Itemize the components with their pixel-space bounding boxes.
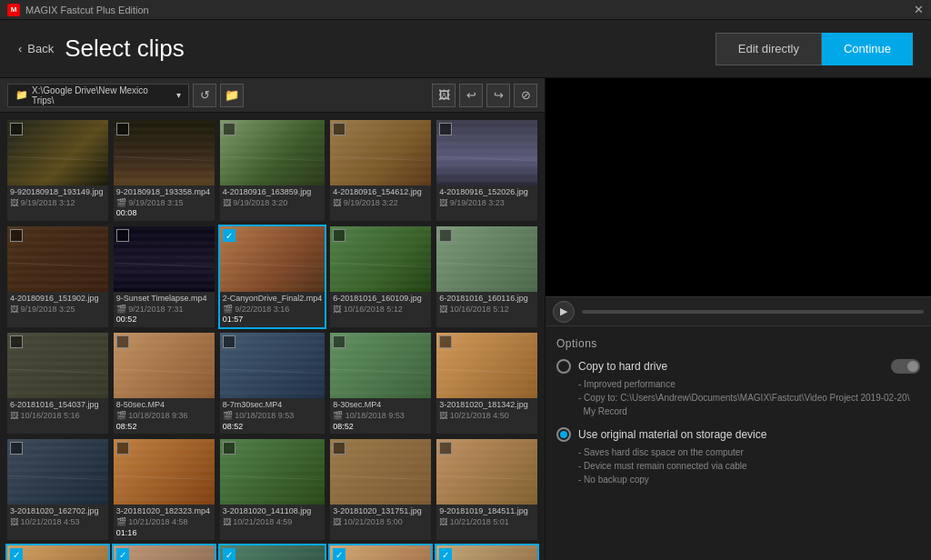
thumb-checkbox-checked[interactable]: ✓ xyxy=(333,548,345,560)
thumb-name: 9-Sunset Timelapse.mp4 xyxy=(116,294,212,305)
thumb-checkbox-empty[interactable] xyxy=(439,335,452,348)
thumbnail-item[interactable]: 4-20180916_154612.jpg🖼 9/19/2018 3:22 xyxy=(330,120,431,221)
thumbnail-item[interactable]: 9-920180918_193149.jpg🖼 9/19/2018 3:12 xyxy=(7,120,108,221)
image-view-button[interactable]: 🖼 xyxy=(432,84,455,107)
app-logo: M xyxy=(7,4,20,16)
thumb-checkbox-empty[interactable] xyxy=(116,442,129,455)
copy-hd-radio[interactable] xyxy=(556,359,571,374)
path-dropdown-icon[interactable]: ▾ xyxy=(176,90,181,100)
thumb-checkbox-empty[interactable] xyxy=(116,335,129,348)
thumbnail-item[interactable]: ✓2-20181019_174901.mp4🎬 10/21/2018 5:12 xyxy=(436,545,537,560)
thumbnail-item[interactable]: 4-20180916_152026.jpg🖼 9/19/2018 3:23 xyxy=(436,120,537,221)
thumb-checkbox-empty[interactable] xyxy=(116,229,129,242)
refresh-button[interactable]: ↺ xyxy=(193,84,216,107)
thumb-duration: 00:52 xyxy=(116,315,212,325)
thumb-checkbox-empty[interactable] xyxy=(333,229,345,242)
thumb-checkbox-empty[interactable] xyxy=(10,229,23,242)
back-chevron-icon: ‹ xyxy=(18,42,22,55)
thumb-canvas xyxy=(220,226,325,292)
thumb-checkbox-checked[interactable]: ✓ xyxy=(223,229,235,242)
thumbnail-item[interactable]: 8-7m30sec.MP4🎬 10/18/2018 9:5308:52 xyxy=(220,333,325,434)
thumb-canvas xyxy=(220,439,325,505)
thumb-checkbox-empty[interactable] xyxy=(223,123,235,135)
play-button[interactable]: ▶ xyxy=(553,301,575,323)
thumbnail-item[interactable]: 8-50sec.MP4🎬 10/18/2018 9:3608:52 xyxy=(114,333,215,434)
thumb-checkbox-empty[interactable] xyxy=(333,123,345,135)
thumbnail-item[interactable]: 3-20181020_182323.mp4🎬 10/21/2018 4:5801… xyxy=(114,439,215,540)
thumb-info: 4-20180916_154612.jpg🖼 9/19/2018 3:22 xyxy=(330,185,431,210)
rotate-left-button[interactable]: ↩ xyxy=(459,84,483,107)
thumbnail-item[interactable]: 3-20181020_131751.jpg🖼 10/21/2018 5:00 xyxy=(330,439,431,540)
thumb-date: 🖼 10/21/2018 4:59 xyxy=(223,517,323,528)
thumbnail-item[interactable]: 3-20181020_181342.jpg🖼 10/21/2018 4:50 xyxy=(436,333,537,434)
thumbnail-item[interactable]: 9-20181019_184511.jpg🖼 10/21/2018 5:01 xyxy=(436,439,537,540)
thumbnail-item[interactable]: 4-20180916_151902.jpg🖼 9/19/2018 3:25 xyxy=(7,226,108,327)
thumb-info: 3-20181020_162702.jpg🖼 10/21/2018 4:53 xyxy=(7,505,108,529)
thumb-checkbox-empty[interactable] xyxy=(439,229,452,242)
thumbnail-item[interactable]: 4-20180916_163859.jpg🖼 9/19/2018 3:20 xyxy=(220,120,325,221)
close-button[interactable]: ✕ xyxy=(914,3,924,16)
folder-up-button[interactable]: 📁 xyxy=(220,84,244,107)
thumb-date: 🖼 10/21/2018 5:01 xyxy=(439,517,535,528)
thumb-date: 🖼 10/21/2018 4:50 xyxy=(439,411,535,422)
header-actions: Edit directly Continue xyxy=(716,33,913,65)
thumbnail-item[interactable]: 6-20181016_154037.jpg🖼 10/16/2018 5:16 xyxy=(7,333,108,434)
copy-hd-toggle-knob xyxy=(907,361,918,372)
thumb-info: 9-Sunset Timelapse.mp4🎬 9/21/2018 7:3100… xyxy=(114,292,215,327)
thumb-checkbox-empty[interactable] xyxy=(439,442,452,455)
thumb-name: 4-20180916_152026.jpg xyxy=(439,187,535,198)
thumb-name: 8-7m30sec.MP4 xyxy=(223,400,323,411)
thumbnail-item[interactable]: 3-20181020_141108.jpg🖼 10/21/2018 4:59 xyxy=(220,439,325,540)
thumbnail-item[interactable]: 9-Sunset Timelapse.mp4🎬 9/21/2018 7:3100… xyxy=(114,226,215,327)
thumb-date: 🎬 10/21/2018 4:58 xyxy=(116,517,212,528)
thumbnails-container[interactable]: 9-920180918_193149.jpg🖼 9/19/2018 3:129-… xyxy=(0,113,545,560)
thumb-date: 🖼 9/19/2018 3:25 xyxy=(10,305,105,315)
back-button[interactable]: ‹ Back xyxy=(18,42,54,55)
header-left: ‹ Back Select clips xyxy=(18,35,185,63)
thumb-checkbox-checked[interactable]: ✓ xyxy=(439,548,452,560)
thumb-checkbox-empty[interactable] xyxy=(333,335,345,348)
thumbnail-item[interactable]: ✓2-20181019_182727.mp4🎬 10/21/2018 5:04 xyxy=(114,545,215,560)
thumb-canvas xyxy=(220,545,325,560)
thumb-name: 8-30sec.MP4 xyxy=(333,400,428,411)
copy-to-hd-option[interactable]: Copy to hard drive - Improved performanc… xyxy=(556,359,920,418)
no-preview-button[interactable]: ⊘ xyxy=(514,84,537,107)
thumb-checkbox-checked[interactable]: ✓ xyxy=(223,548,235,560)
thumb-checkbox-empty[interactable] xyxy=(439,123,452,135)
thumbnail-item[interactable]: ✓2-CanyonDrive_Final2.mp4🎬 9/22/2018 3:1… xyxy=(220,226,325,327)
thumb-checkbox-empty[interactable] xyxy=(10,123,23,135)
thumbnail-item[interactable]: 3-20181020_162702.jpg🖼 10/21/2018 4:53 xyxy=(7,439,108,540)
thumbnail-item[interactable]: 6-20181016_160116.jpg🖼 10/16/2018 5:12 xyxy=(436,226,537,327)
thumbnail-item[interactable]: ✓2-20181019_180710.mp4🎬 10/21/2018 5:10 xyxy=(330,545,431,560)
thumb-checkbox-empty[interactable] xyxy=(116,123,129,135)
thumb-checkbox-checked[interactable]: ✓ xyxy=(116,548,129,560)
thumb-checkbox-empty[interactable] xyxy=(10,442,23,455)
copy-hd-toggle[interactable] xyxy=(891,359,920,374)
thumbnail-item[interactable]: 6-20181016_160109.jpg🖼 10/16/2018 5:12 xyxy=(330,226,431,327)
thumbnail-item[interactable]: 8-30sec.MP4🎬 10/18/2018 9:5308:52 xyxy=(330,333,431,434)
title-bar-left: M MAGIX Fastcut Plus Edition xyxy=(7,4,149,16)
left-panel: 📁 X:\Google Drive\New Mexico Trips\ ▾ ↺ … xyxy=(0,78,546,560)
use-original-detail-2: - Device must remain connected via cable xyxy=(578,459,920,473)
thumb-checkbox-empty[interactable] xyxy=(223,335,235,348)
thumbnail-item[interactable]: 9-20180918_193358.mp4🎬 9/19/2018 3:1500:… xyxy=(114,120,215,221)
copy-hd-label: Copy to hard drive xyxy=(578,360,667,373)
rotate-right-button[interactable]: ↪ xyxy=(486,84,510,107)
path-display[interactable]: 📁 X:\Google Drive\New Mexico Trips\ ▾ xyxy=(7,84,189,107)
thumbnail-item[interactable]: ✓2-20181019_182105.jpg🖼 10/21/2018 5:10 xyxy=(220,545,325,560)
thumb-checkbox-empty[interactable] xyxy=(223,442,235,455)
continue-button[interactable]: Continue xyxy=(822,33,913,65)
thumb-date: 🎬 10/18/2018 9:53 xyxy=(333,411,428,422)
thumb-date: 🖼 9/19/2018 3:20 xyxy=(223,198,323,209)
thumbnail-item[interactable]: ✓2-20181019_183201.jpg🖼 10/21/2018 5:04 xyxy=(7,545,108,560)
use-original-radio[interactable] xyxy=(556,427,571,442)
thumb-name: 6-20181016_160116.jpg xyxy=(439,294,535,305)
timeline-bar[interactable] xyxy=(582,310,924,314)
edit-directly-button[interactable]: Edit directly xyxy=(716,33,822,65)
thumb-checkbox-checked[interactable]: ✓ xyxy=(10,548,23,560)
thumb-checkbox-empty[interactable] xyxy=(10,335,23,348)
thumb-info: 3-20181020_181342.jpg🖼 10/21/2018 4:50 xyxy=(436,398,537,423)
use-original-detail-3: - No backup copy xyxy=(578,473,920,486)
thumb-checkbox-empty[interactable] xyxy=(333,442,345,455)
use-original-option[interactable]: Use original material on storage device … xyxy=(556,427,920,486)
